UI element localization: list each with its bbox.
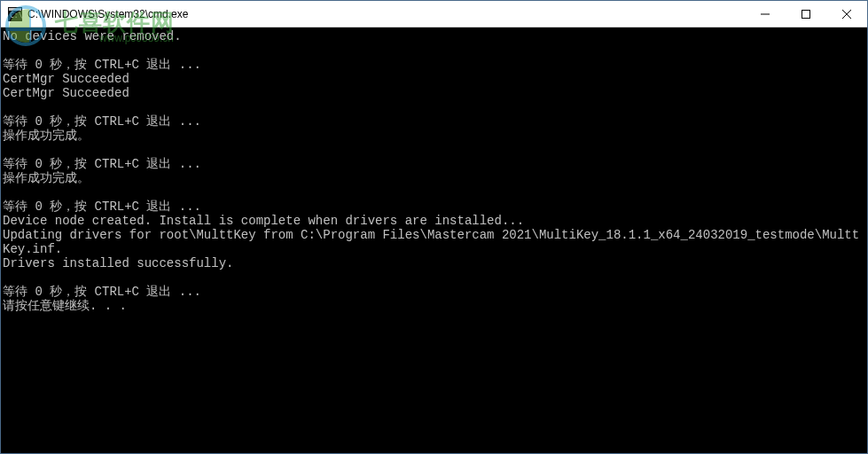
terminal-line: 等待 0 秒，按 CTRL+C 退出 ... (3, 200, 865, 214)
terminal-line: 操作成功完成。 (3, 171, 865, 185)
minimize-button[interactable] (745, 1, 786, 27)
cmd-window: C:\ C:\WINDOWS\System32\cmd.exe No devic… (0, 0, 868, 454)
terminal-line: Device node created. Install is complete… (3, 214, 865, 228)
svg-text:C:\: C:\ (10, 12, 22, 20)
terminal-line: 等待 0 秒，按 CTRL+C 退出 ... (3, 285, 865, 299)
terminal-line (3, 185, 865, 200)
terminal-line: CertMgr Succeeded (3, 86, 865, 100)
terminal-line: 操作成功完成。 (3, 129, 865, 143)
terminal-line (3, 143, 865, 157)
cmd-icon: C:\ (8, 7, 22, 21)
terminal-line: 等待 0 秒，按 CTRL+C 退出 ... (3, 58, 865, 72)
maximize-button[interactable] (786, 1, 826, 27)
close-button[interactable] (826, 1, 867, 27)
titlebar[interactable]: C:\ C:\WINDOWS\System32\cmd.exe (1, 1, 867, 27)
terminal-line (3, 270, 865, 285)
window-controls (745, 1, 867, 27)
window-title: C:\WINDOWS\System32\cmd.exe (27, 8, 745, 20)
svg-rect-4 (802, 10, 810, 18)
terminal-line: CertMgr Succeeded (3, 72, 865, 86)
terminal-line: No devices were removed. (3, 29, 865, 43)
terminal-line (3, 100, 865, 114)
terminal-line: 等待 0 秒，按 CTRL+C 退出 ... (3, 157, 865, 171)
terminal-line: Updating drivers for root\MulttKey from … (3, 228, 865, 256)
terminal-output[interactable]: No devices were removed.等待 0 秒，按 CTRL+C … (1, 27, 867, 453)
terminal-line (3, 43, 865, 58)
terminal-line: 等待 0 秒，按 CTRL+C 退出 ... (3, 114, 865, 129)
svg-rect-1 (9, 8, 21, 11)
terminal-line: 请按任意键继续. . . (3, 299, 865, 313)
terminal-line: Drivers installed successfully. (3, 256, 865, 270)
